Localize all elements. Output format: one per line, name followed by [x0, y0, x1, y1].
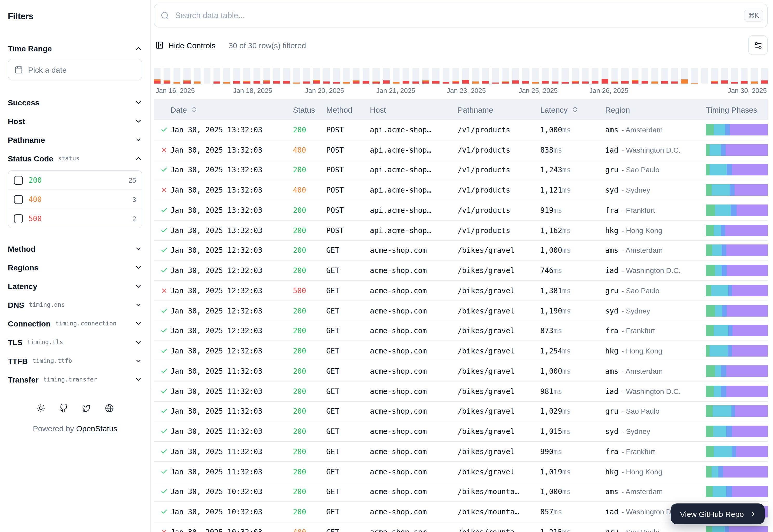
filter-section-method[interactable]: Method	[8, 239, 142, 258]
filter-section-host[interactable]: Host	[8, 112, 142, 130]
table-row[interactable]: Jan 30, 2025 12:32:03 200 GET acme-shop.…	[154, 301, 768, 321]
filter-section-status-code[interactable]: Status Code status	[8, 149, 142, 168]
chart-bar[interactable]	[383, 68, 389, 84]
chart-bar[interactable]	[462, 68, 469, 84]
chart-bar[interactable]	[482, 68, 489, 84]
status-code-checkbox[interactable]	[14, 176, 23, 185]
chart-bar[interactable]	[154, 68, 160, 84]
chart-bar[interactable]	[163, 68, 170, 84]
chart-bar[interactable]	[632, 68, 638, 84]
chart-bar[interactable]	[333, 68, 340, 84]
chart-bar[interactable]	[412, 68, 419, 84]
chart-bar[interactable]	[492, 68, 499, 84]
table-row[interactable]: Jan 30, 2025 11:32:03 200 GET acme-shop.…	[154, 401, 768, 422]
chart-bar[interactable]	[602, 68, 608, 84]
status-code-option[interactable]: 500 2	[8, 209, 142, 228]
chart-bar[interactable]	[422, 68, 429, 84]
chart-bar[interactable]	[532, 68, 539, 84]
chart-bar[interactable]	[183, 68, 190, 84]
openstatus-link[interactable]: OpenStatus	[76, 424, 117, 433]
github-link-button[interactable]	[55, 399, 72, 417]
search-input[interactable]	[154, 4, 768, 28]
chart-bar[interactable]	[283, 68, 290, 84]
table-row[interactable]: Jan 30, 2025 11:32:03 200 GET acme-shop.…	[154, 381, 768, 402]
chart-bar[interactable]	[214, 68, 220, 84]
chart-bar[interactable]	[303, 68, 310, 84]
chart-bar[interactable]	[452, 68, 459, 84]
chart-bar[interactable]	[701, 68, 708, 84]
chart-bar[interactable]	[204, 68, 211, 84]
filter-section-connection[interactable]: Connection timing.connection	[8, 314, 142, 333]
table-row[interactable]: Jan 30, 2025 13:32:03 200 POST api.acme-…	[154, 160, 768, 180]
chart-bar[interactable]	[263, 68, 270, 84]
chart-bar[interactable]	[432, 68, 439, 84]
chart-bar[interactable]	[751, 68, 758, 84]
chart-bar[interactable]	[572, 68, 578, 84]
chart-bar[interactable]	[353, 68, 360, 84]
table-row[interactable]: Jan 30, 2025 11:32:03 200 GET acme-shop.…	[154, 462, 768, 482]
chart-bar[interactable]	[502, 68, 509, 84]
chart-bar[interactable]	[671, 68, 678, 84]
table-row[interactable]: Jan 30, 2025 12:32:03 500 GET acme-shop.…	[154, 281, 768, 301]
table-row[interactable]: Jan 30, 2025 11:32:03 200 GET acme-shop.…	[154, 361, 768, 381]
chart-bar[interactable]	[442, 68, 449, 84]
chart-bar[interactable]	[711, 68, 718, 84]
chart-bar[interactable]	[562, 68, 568, 84]
chart-bar[interactable]	[393, 68, 399, 84]
chart-bar[interactable]	[612, 68, 618, 84]
chart-bar[interactable]	[522, 68, 529, 84]
status-code-option[interactable]: 200 25	[8, 171, 142, 189]
column-header-date[interactable]: Date	[170, 105, 293, 114]
twitter-link-button[interactable]	[78, 399, 95, 417]
chart-bar[interactable]	[681, 68, 688, 84]
chart-bar[interactable]	[552, 68, 559, 84]
chart-bar[interactable]	[472, 68, 479, 84]
filter-section-success[interactable]: Success	[8, 93, 142, 112]
table-row[interactable]: Jan 30, 2025 10:32:03 200 GET acme-shop.…	[154, 482, 768, 502]
table-row[interactable]: Jan 30, 2025 11:32:03 200 GET acme-shop.…	[154, 422, 768, 442]
filter-section-latency[interactable]: Latency	[8, 277, 142, 295]
chart-bar[interactable]	[363, 68, 370, 84]
chart-bar[interactable]	[273, 68, 280, 84]
table-row[interactable]: Jan 30, 2025 13:32:03 200 POST api.acme-…	[154, 120, 768, 140]
chart-bar[interactable]	[721, 68, 728, 84]
filter-section-time-range[interactable]: Time Range	[8, 39, 142, 58]
filter-section-tls[interactable]: TLS timing.tls	[8, 333, 142, 351]
chart-bar[interactable]	[512, 68, 519, 84]
date-picker-button[interactable]: Pick a date	[8, 59, 142, 80]
chart-bar[interactable]	[323, 68, 330, 84]
chart-bar[interactable]	[652, 68, 658, 84]
status-code-checkbox[interactable]	[14, 214, 23, 223]
chart-bar[interactable]	[741, 68, 748, 84]
chart-bar[interactable]	[542, 68, 548, 84]
table-row[interactable]: Jan 30, 2025 12:32:03 200 GET acme-shop.…	[154, 261, 768, 281]
chart-bar[interactable]	[313, 68, 320, 84]
table-row[interactable]: Jan 30, 2025 13:32:03 400 POST api.acme-…	[154, 180, 768, 201]
filter-section-regions[interactable]: Regions	[8, 258, 142, 277]
table-row[interactable]: Jan 30, 2025 13:32:03 200 POST api.acme-…	[154, 200, 768, 221]
chart-bar[interactable]	[224, 68, 230, 84]
chart-bar[interactable]	[174, 68, 180, 84]
chart-bar[interactable]	[691, 68, 698, 84]
table-row[interactable]: Jan 30, 2025 11:32:03 200 GET acme-shop.…	[154, 442, 768, 462]
chart-bar[interactable]	[194, 68, 200, 84]
chart-bar[interactable]	[403, 68, 409, 84]
table-row[interactable]: Jan 30, 2025 13:32:03 400 POST api.acme-…	[154, 140, 768, 160]
status-code-option[interactable]: 400 3	[8, 189, 142, 209]
website-link-button[interactable]	[100, 399, 118, 417]
table-row[interactable]: Jan 30, 2025 12:32:03 200 GET acme-shop.…	[154, 241, 768, 261]
table-row[interactable]: Jan 30, 2025 12:32:03 200 GET acme-shop.…	[154, 321, 768, 341]
chart-bar[interactable]	[293, 68, 300, 84]
hide-controls-button[interactable]: Hide Controls	[154, 41, 217, 50]
theme-toggle-button[interactable]	[32, 399, 50, 417]
table-row[interactable]: Jan 30, 2025 13:32:03 200 POST api.acme-…	[154, 221, 768, 241]
chart-bar[interactable]	[373, 68, 379, 84]
filter-section-transfer[interactable]: Transfer timing.transfer	[8, 370, 142, 389]
view-github-repo-button[interactable]: View GitHub Repo	[671, 503, 765, 524]
chart-bar[interactable]	[343, 68, 350, 84]
chart-bar[interactable]	[582, 68, 588, 84]
view-options-button[interactable]	[748, 35, 768, 55]
filter-section-ttfb[interactable]: TTFB timing.ttfb	[8, 351, 142, 370]
chart-bar[interactable]	[622, 68, 628, 84]
chart-bar[interactable]	[234, 68, 240, 84]
